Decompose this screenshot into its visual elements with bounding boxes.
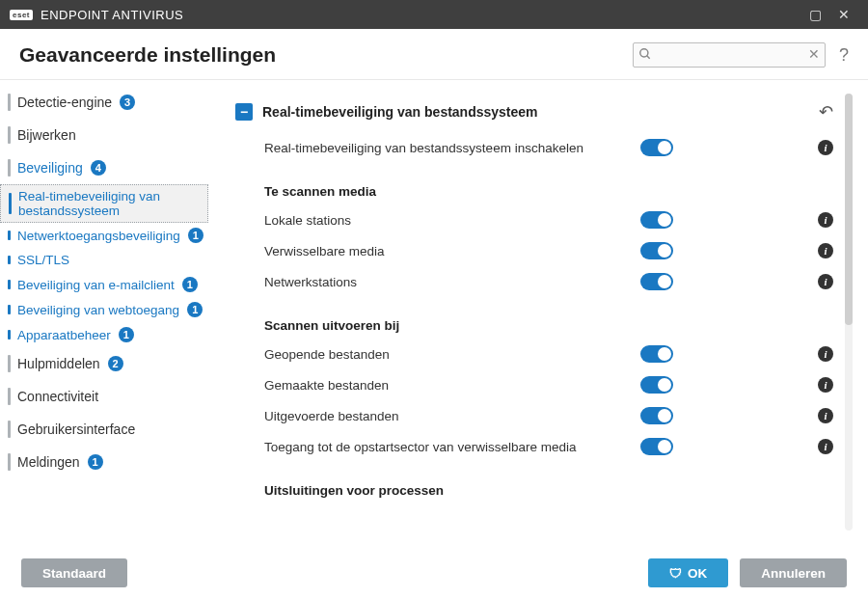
row-lokale-stations: Lokale stations i — [235, 204, 833, 235]
row-geopende: Geopende bestanden i — [235, 339, 833, 369]
sidebar-item-hulpmiddelen[interactable]: Hulpmiddelen 2 — [0, 347, 222, 380]
cancel-button[interactable]: Annuleren — [740, 558, 847, 587]
group-title-exclusions: Uitsluitingen voor processen — [235, 462, 833, 503]
sidebar-badge: 3 — [120, 95, 135, 110]
info-icon[interactable]: i — [818, 140, 833, 155]
sidebar-badge: 1 — [119, 327, 134, 342]
default-button[interactable]: Standaard — [21, 558, 127, 587]
window-close-icon[interactable]: ✕ — [829, 7, 858, 22]
help-icon[interactable]: ? — [839, 45, 849, 66]
info-icon[interactable]: i — [818, 346, 833, 362]
search-icon — [638, 47, 652, 64]
toggle-lokale-stations[interactable] — [640, 211, 673, 229]
row-label: Geopende bestanden — [264, 347, 640, 362]
svg-point-0 — [640, 49, 648, 57]
row-label: Verwisselbare media — [264, 244, 640, 258]
info-icon[interactable]: i — [818, 274, 833, 289]
scrollbar[interactable] — [845, 94, 853, 530]
toggle-uitgevoerde[interactable] — [640, 407, 673, 424]
revert-icon[interactable]: ↶ — [819, 101, 833, 122]
group-title-scanon: Scannen uitvoeren bij — [235, 297, 833, 339]
sidebar-item-label: SSL/TLS — [17, 253, 69, 267]
sidebar-badge: 1 — [182, 277, 198, 292]
settings-panel: − Real-timebeveiliging van bestandssyste… — [222, 88, 854, 536]
sidebar-item-label: Netwerktoegangsbeveiliging — [17, 229, 180, 243]
info-icon[interactable]: i — [818, 408, 833, 423]
footer: Standaard 🛡 OK Annuleren — [0, 548, 868, 598]
row-label: Lokale stations — [264, 213, 640, 228]
toggle-netwerkstations[interactable] — [640, 273, 673, 290]
section-title: Real-timebeveiliging van bestandssysteem — [262, 104, 538, 120]
sidebar-item-beveiliging[interactable]: Beveiliging 4 — [0, 151, 222, 184]
sidebar-item-label: Beveiliging — [17, 160, 83, 176]
info-icon[interactable]: i — [818, 212, 833, 228]
sidebar-item-label: Beveiliging van e-mailclient — [17, 278, 175, 292]
header: Geavanceerde instellingen ✕ ? — [0, 29, 868, 80]
sidebar-item-label: Detectie-engine — [17, 95, 112, 110]
clear-search-icon[interactable]: ✕ — [808, 46, 820, 62]
info-icon[interactable]: i — [818, 377, 833, 393]
row-uitgevoerde: Uitgevoerde bestanden i — [235, 400, 833, 431]
sidebar-item-connectiviteit[interactable]: Connectiviteit — [0, 380, 222, 413]
page-title: Geavanceerde instellingen — [19, 43, 276, 67]
sidebar-sub-web[interactable]: Beveiliging van webtoegang 1 — [0, 297, 222, 322]
sidebar-item-label: Apparaatbeheer — [17, 328, 111, 342]
sidebar-badge: 2 — [108, 356, 123, 371]
sidebar-sub-apparaat[interactable]: Apparaatbeheer 1 — [0, 322, 222, 347]
sidebar-item-label: Hulpmiddelen — [17, 356, 100, 371]
toggle-gemaakte[interactable] — [640, 376, 673, 394]
sidebar-badge: 1 — [188, 228, 203, 243]
sidebar-sub-netwerk[interactable]: Netwerktoegangsbeveiliging 1 — [0, 223, 222, 248]
toggle-opstartsector[interactable] — [640, 438, 673, 455]
row-enable-realtime: Real-timebeveiliging van bestandssysteem… — [235, 132, 833, 163]
toggle-geopende[interactable] — [640, 345, 673, 363]
row-label: Netwerkstations — [264, 275, 640, 289]
sidebar-badge: 1 — [88, 454, 103, 470]
sidebar-sub-ssltls[interactable]: SSL/TLS — [0, 248, 222, 272]
app-title: ENDPOINT ANTIVIRUS — [41, 8, 183, 22]
section-header: − Real-timebeveiliging van bestandssyste… — [235, 97, 833, 132]
sidebar-item-label: Gebruikersinterface — [17, 421, 135, 437]
sidebar-item-detectie-engine[interactable]: Detectie-engine 3 — [0, 86, 222, 119]
search-input[interactable] — [633, 42, 826, 68]
row-label: Real-timebeveiliging van bestandssysteem… — [264, 141, 640, 155]
row-label: Gemaakte bestanden — [264, 378, 640, 393]
svg-line-1 — [647, 56, 650, 59]
row-label: Uitgevoerde bestanden — [264, 409, 640, 423]
sidebar-item-label: Real-timebeveiliging van bestandssysteem — [18, 189, 198, 218]
toggle-enable-realtime[interactable] — [640, 139, 673, 156]
row-opstartsector: Toegang tot de opstartsector van verwiss… — [235, 431, 833, 462]
sidebar-sub-email[interactable]: Beveiliging van e-mailclient 1 — [0, 272, 222, 297]
scrollbar-thumb[interactable] — [845, 94, 853, 325]
sidebar-item-bijwerken[interactable]: Bijwerken — [0, 119, 222, 151]
group-title-media: Te scannen media — [235, 163, 833, 204]
sidebar-item-meldingen[interactable]: Meldingen 1 — [0, 446, 222, 478]
row-netwerkstations: Netwerkstations i — [235, 266, 833, 297]
sidebar-item-label: Meldingen — [17, 454, 80, 470]
sidebar: Detectie-engine 3 Bijwerken Beveiliging … — [0, 80, 222, 582]
row-verwisselbare-media: Verwisselbare media i — [235, 235, 833, 266]
collapse-icon[interactable]: − — [235, 103, 253, 121]
shield-icon: 🛡 — [669, 566, 682, 581]
ok-button[interactable]: 🛡 OK — [648, 558, 728, 587]
sidebar-item-label: Connectiviteit — [17, 389, 98, 404]
toggle-verwisselbare-media[interactable] — [640, 242, 673, 259]
row-gemaakte: Gemaakte bestanden i — [235, 369, 833, 400]
titlebar: eset ENDPOINT ANTIVIRUS ▢ ✕ — [0, 0, 868, 29]
brand-logo: eset — [10, 10, 33, 20]
ok-label: OK — [688, 566, 707, 581]
window-maximize-icon[interactable]: ▢ — [800, 7, 829, 22]
search-wrap: ✕ — [633, 42, 826, 68]
sidebar-item-gebruikersinterface[interactable]: Gebruikersinterface — [0, 413, 222, 446]
info-icon[interactable]: i — [818, 243, 833, 258]
sidebar-sub-realtime[interactable]: Real-timebeveiliging van bestandssysteem — [0, 184, 208, 223]
sidebar-badge: 1 — [187, 302, 203, 317]
sidebar-item-label: Beveiliging van webtoegang — [17, 303, 179, 317]
sidebar-item-label: Bijwerken — [17, 127, 76, 143]
row-label: Toegang tot de opstartsector van verwiss… — [264, 440, 640, 454]
sidebar-badge: 4 — [91, 160, 106, 176]
info-icon[interactable]: i — [818, 439, 833, 454]
